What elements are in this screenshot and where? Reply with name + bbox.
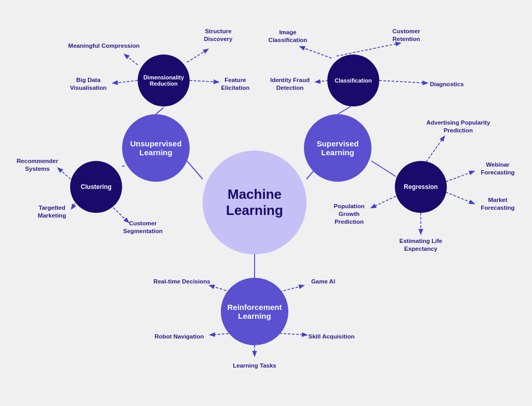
circle-main: Machine Learning — [203, 151, 307, 254]
label-customer-retention: CustomerRetention — [392, 28, 420, 43]
label-estimating: Estimating LifeExpectancy — [400, 237, 442, 253]
label-skill-acquisition: Skill Acquisition — [308, 333, 354, 341]
svg-line-13 — [316, 80, 328, 82]
svg-line-0 — [187, 161, 203, 179]
circle-reinforcement: Reinforcement Learning — [221, 278, 288, 345]
circle-clustering: Clustering — [70, 161, 122, 213]
svg-line-6 — [371, 161, 396, 177]
label-market: MarketForecasting — [481, 196, 514, 212]
circle-dimensionality: Dimensionality Reduction — [138, 55, 190, 106]
reinforcement-label: Reinforcement Learning — [227, 303, 282, 320]
svg-line-12 — [300, 47, 331, 58]
svg-line-20 — [446, 192, 474, 204]
svg-line-18 — [426, 137, 444, 162]
svg-line-7 — [125, 55, 138, 65]
classification-label: Classification — [335, 77, 372, 84]
label-population: PopulationGrowthPrediction — [334, 202, 364, 226]
dimensionality-label: Dimensionality Reduction — [143, 74, 184, 87]
label-meaningful-compression: Meaningful Compression — [68, 42, 139, 50]
label-game-ai: Game AI — [311, 278, 335, 286]
circle-regression: Regression — [395, 161, 447, 213]
regression-label: Regression — [404, 183, 437, 191]
svg-line-19 — [446, 171, 474, 182]
svg-line-11 — [337, 43, 400, 56]
circle-supervised: Supervised Learning — [304, 114, 371, 182]
label-targeted-marketing: TargettedMarketing — [38, 204, 66, 220]
label-image-classification: ImageClassification — [269, 29, 308, 44]
label-recommender: RecommenderSystems — [17, 157, 58, 173]
circle-unsupervised: Unsupervised Learning — [122, 114, 190, 182]
circle-classification: Classification — [327, 55, 379, 106]
label-identity-fraud: Identity FraudDetection — [270, 76, 310, 92]
label-diagnostics: Diagnostics — [430, 80, 463, 88]
label-feature-elicitation: FeatureElicitation — [221, 76, 250, 92]
label-realtime: Real-time Decisions — [153, 278, 210, 286]
svg-line-21 — [371, 196, 396, 208]
svg-line-15 — [58, 168, 71, 179]
svg-line-14 — [379, 80, 427, 83]
label-customer-segmentation: CustomerSegmentation — [123, 220, 163, 235]
label-webinar: WebinarForecasting — [481, 161, 514, 177]
supervised-label: Supervised Learning — [317, 139, 359, 157]
diagram-container: Machine Learning Unsupervised Learning S… — [0, 0, 532, 406]
clustering-label: Clustering — [81, 183, 111, 191]
svg-line-26 — [280, 333, 307, 335]
label-learning-tasks: Learning Tasks — [233, 362, 276, 370]
svg-line-10 — [190, 80, 218, 82]
main-label: Machine Learning — [226, 186, 283, 219]
svg-line-3 — [156, 107, 164, 114]
label-advertising: Advertising PopularityPrediction — [427, 119, 490, 134]
svg-line-5 — [338, 106, 351, 114]
svg-line-8 — [187, 49, 208, 62]
label-robot-navigation: Robot Navigation — [154, 333, 204, 341]
svg-line-24 — [280, 286, 303, 292]
label-structure-discovery: StructureDiscovery — [204, 28, 233, 43]
unsupervised-label: Unsupervised Learning — [130, 139, 181, 157]
label-big-data: Big DataVisualisation — [70, 76, 107, 92]
svg-line-9 — [113, 80, 138, 83]
